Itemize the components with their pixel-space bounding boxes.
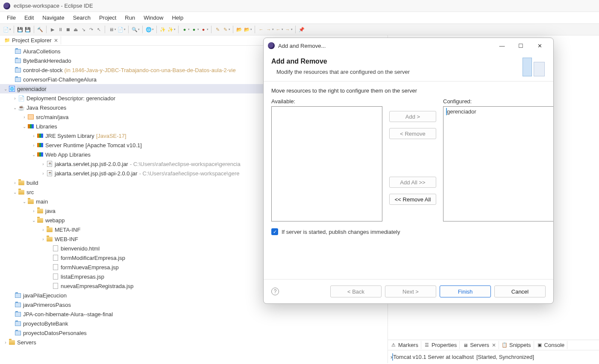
step-return-icon[interactable]: ↖ xyxy=(95,26,102,33)
back-button[interactable]: < Back xyxy=(330,285,382,297)
next-button[interactable]: Next > xyxy=(385,285,436,297)
debug-stop-icon[interactable]: ⏹ xyxy=(65,26,71,33)
menubar: File Edit Navigate Search Project Run Wi… xyxy=(0,12,599,23)
debug-disconnect-icon[interactable]: ⏏ xyxy=(72,26,79,33)
back-icon[interactable]: ← xyxy=(258,26,264,33)
minimize-icon[interactable]: ― xyxy=(493,39,511,52)
tab-properties[interactable]: ☰Properties xyxy=(421,341,460,349)
remove-button[interactable]: < Remove xyxy=(389,128,436,139)
remove-all-button[interactable]: << Remove All xyxy=(389,194,436,205)
menu-navigate[interactable]: Navigate xyxy=(38,13,68,23)
window-title: eclipse-workspace - Eclipse IDE xyxy=(14,3,93,9)
debug-pause-icon[interactable]: ⏸ xyxy=(57,26,64,33)
close-icon[interactable]: ✕ xyxy=(54,38,58,44)
chevron-right-icon[interactable]: › xyxy=(21,115,27,119)
tree-item-proyectodp[interactable]: proyectoDatosPersonales xyxy=(0,328,388,338)
chevron-down-icon[interactable]: ⌄ xyxy=(21,199,27,204)
saveall-icon[interactable]: 💾 xyxy=(24,26,31,33)
open-type-icon[interactable]: 📂 xyxy=(236,26,243,33)
pin-icon[interactable]: 📌 xyxy=(298,26,305,33)
server-name: Tomcat v10.1 Server at localhost xyxy=(393,354,474,360)
new-package-icon[interactable]: ✎ xyxy=(222,26,229,33)
menu-project[interactable]: Project xyxy=(95,13,120,23)
chevron-down-icon[interactable]: ⌄ xyxy=(31,218,37,223)
tab-markers[interactable]: ⚠Markers xyxy=(388,341,421,349)
build-icon[interactable]: 🔨 xyxy=(37,26,44,33)
chevron-down-icon[interactable]: ⌄ xyxy=(3,87,9,91)
properties-icon: ☰ xyxy=(424,342,430,348)
servers-view[interactable]: › Tomcat v10.1 Server at localhost [Star… xyxy=(388,350,599,363)
chevron-right-icon[interactable]: › xyxy=(12,96,18,101)
chevron-right-icon[interactable]: › xyxy=(31,143,37,148)
chevron-right-icon[interactable]: › xyxy=(40,171,46,176)
chevron-down-icon[interactable]: ⌄ xyxy=(12,190,18,195)
configured-list[interactable]: gerenciador xyxy=(443,106,554,221)
add-all-button[interactable]: Add All >> xyxy=(389,177,436,188)
menu-search[interactable]: Search xyxy=(69,13,95,23)
step-into-icon[interactable]: ↘ xyxy=(80,26,87,33)
wizard2-icon[interactable]: ✨ xyxy=(167,26,174,33)
close-icon[interactable]: ✕ xyxy=(530,39,549,52)
server-glyph-icon xyxy=(523,58,546,78)
new-class-icon[interactable]: ✎ xyxy=(214,26,221,33)
cancel-button[interactable]: Cancel xyxy=(494,285,546,297)
menu-file[interactable]: File xyxy=(3,13,20,23)
new-jsp-icon[interactable]: 📄 xyxy=(117,26,124,33)
chevron-right-icon[interactable]: › xyxy=(12,181,18,185)
debug-icon[interactable]: ● xyxy=(191,26,197,33)
menu-run[interactable]: Run xyxy=(120,13,139,23)
menu-help[interactable]: Help xyxy=(167,13,188,23)
toolbar: 📄▾ 💾 💾 🔨 ▶ ⏸ ⏹ ⏏ ↘ ↷ ↖ 🖥▾ 📄▾ 🔍▾ 🌐▾ ✨ ✨▾ … xyxy=(0,23,599,35)
coverage-icon[interactable]: ● xyxy=(200,26,207,33)
dialog-titlebar[interactable]: Add and Remove... ― ☐ ✕ xyxy=(264,38,553,53)
chevron-right-icon[interactable]: › xyxy=(40,162,46,166)
configured-item[interactable]: gerenciador xyxy=(443,107,554,116)
run-icon[interactable]: ● xyxy=(181,26,188,33)
close-icon[interactable]: ✕ xyxy=(492,342,496,348)
chevron-down-icon[interactable]: ⌄ xyxy=(31,152,37,157)
forward-icon[interactable]: → xyxy=(265,26,272,33)
debug-resume-icon[interactable]: ▶ xyxy=(49,26,56,33)
server-item[interactable]: › Tomcat v10.1 Server at localhost [Star… xyxy=(391,352,596,361)
tree-item-jpahib[interactable]: JPA-con-hibernate-Alura--stage-final xyxy=(0,309,388,319)
tree-item-servers[interactable]: ›Servers xyxy=(0,338,388,347)
browser-icon[interactable]: 🌐 xyxy=(145,26,152,33)
checkbox-checked-icon[interactable]: ✓ xyxy=(271,228,278,235)
finish-button[interactable]: Finish xyxy=(440,285,491,297)
tab-project-explorer[interactable]: 📁 Project Explorer ✕ xyxy=(2,36,61,44)
chevron-right-icon[interactable]: › xyxy=(31,209,37,213)
chevron-right-icon[interactable]: › xyxy=(3,340,9,345)
new-server-icon[interactable]: 🖥 xyxy=(108,26,115,33)
tab-servers[interactable]: 🖥Servers✕ xyxy=(460,341,499,349)
available-list[interactable] xyxy=(271,106,382,221)
chevron-right-icon[interactable]: › xyxy=(40,237,46,242)
step-over-icon[interactable]: ↷ xyxy=(88,26,94,33)
menu-window[interactable]: Window xyxy=(139,13,167,23)
open-task-icon[interactable]: 📂 xyxy=(244,26,250,33)
project-explorer-icon: 📁 xyxy=(4,38,10,44)
next-edit-icon[interactable]: → xyxy=(284,26,291,33)
menu-edit[interactable]: Edit xyxy=(20,13,38,23)
titlebar: eclipse-workspace - Eclipse IDE xyxy=(0,0,599,12)
publish-checkbox-row[interactable]: ✓ If server is started, publish changes … xyxy=(271,228,546,235)
new-icon[interactable]: 📄 xyxy=(3,26,9,33)
add-remove-dialog: Add and Remove... ― ☐ ✕ Add and Remove M… xyxy=(263,38,554,304)
server-state: [Started, Synchronized] xyxy=(476,354,534,360)
tab-snippets[interactable]: 📋Snippets xyxy=(499,341,534,349)
tree-item-proyectobb[interactable]: proyectoByteBank xyxy=(0,319,388,328)
available-label: Available: xyxy=(271,98,382,105)
tab-console[interactable]: ▣Console xyxy=(534,341,568,349)
search-icon[interactable]: 🔍 xyxy=(131,26,138,33)
dialog-header: Add and Remove Modify the resources that… xyxy=(264,53,553,82)
chevron-down-icon[interactable]: ⌄ xyxy=(12,105,18,110)
chevron-right-icon[interactable]: › xyxy=(31,134,37,138)
maximize-icon[interactable]: ☐ xyxy=(511,39,530,52)
markers-icon: ⚠ xyxy=(391,342,396,348)
add-button[interactable]: Add > xyxy=(389,111,436,122)
help-icon[interactable]: ? xyxy=(271,288,279,295)
chevron-right-icon[interactable]: › xyxy=(40,227,46,232)
chevron-down-icon[interactable]: ⌄ xyxy=(21,124,27,129)
last-edit-icon[interactable]: ← xyxy=(275,26,282,33)
save-icon[interactable]: 💾 xyxy=(17,26,23,33)
wizard-icon[interactable]: ✨ xyxy=(159,26,166,33)
